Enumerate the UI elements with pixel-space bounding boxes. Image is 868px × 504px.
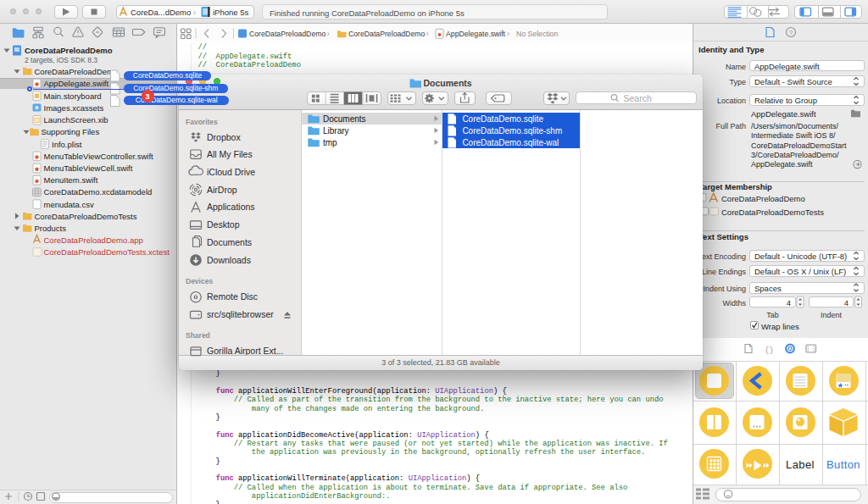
svg-text:?: ? — [789, 29, 793, 36]
svg-text:{}: {} — [765, 346, 774, 355]
